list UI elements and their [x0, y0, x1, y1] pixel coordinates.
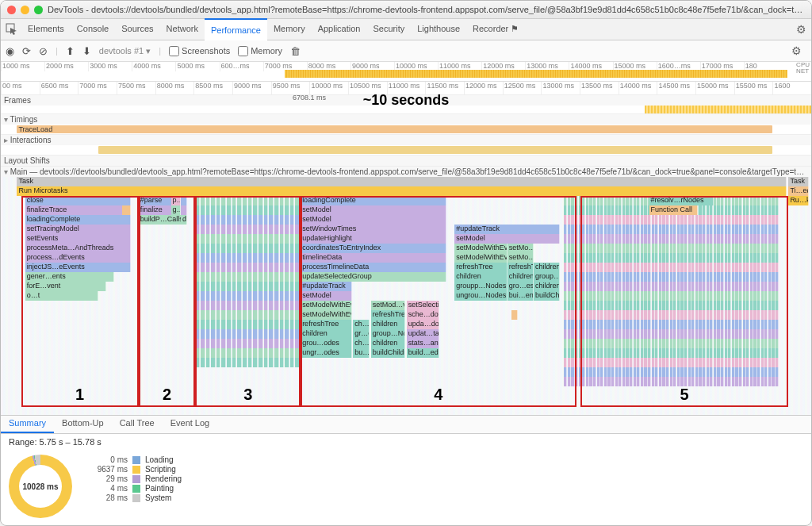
flame-block[interactable]: [264, 272, 269, 282]
flame-block[interactable]: [644, 291, 647, 301]
flame-block[interactable]: [607, 320, 611, 329]
flame-block[interactable]: [600, 282, 603, 291]
flame-block[interactable]: [666, 358, 669, 367]
flame-block[interactable]: [714, 339, 717, 348]
flame-block[interactable]: [750, 282, 753, 291]
flame-block[interactable]: [582, 291, 585, 301]
flame-block[interactable]: [637, 196, 640, 205]
flame-block[interactable]: [615, 205, 619, 215]
flame-block[interactable]: [634, 253, 637, 263]
detail-tab-event-log[interactable]: Event Log: [163, 416, 218, 433]
flame-block[interactable]: [195, 348, 200, 358]
flame-block[interactable]: [579, 244, 582, 253]
flame-block[interactable]: [582, 329, 585, 339]
flame-block[interactable]: [728, 367, 731, 377]
flame-block[interactable]: processMeta…AndThreads: [25, 244, 131, 253]
flame-block[interactable]: [761, 358, 764, 367]
flame-block[interactable]: [717, 377, 720, 386]
flame-block[interactable]: [195, 215, 200, 225]
flame-block[interactable]: [691, 320, 695, 329]
flame-block[interactable]: [714, 272, 717, 282]
flame-block[interactable]: [216, 196, 221, 205]
flame-block[interactable]: [243, 358, 247, 367]
flame-block[interactable]: bu…n: [353, 348, 369, 358]
flame-block[interactable]: [221, 358, 226, 367]
flame-block[interactable]: [586, 329, 589, 339]
flame-block[interactable]: [243, 301, 247, 310]
flame-block[interactable]: [295, 215, 300, 225]
flame-block[interactable]: [648, 282, 651, 291]
flame-block[interactable]: [619, 377, 622, 386]
flame-block[interactable]: [670, 310, 673, 320]
flame-block[interactable]: [201, 348, 205, 358]
flame-block[interactable]: [582, 377, 585, 386]
flame-block[interactable]: [564, 205, 567, 215]
flame-block[interactable]: [611, 215, 615, 225]
flame-block[interactable]: [648, 377, 651, 386]
flame-block[interactable]: [206, 282, 211, 291]
flame-block[interactable]: [269, 348, 274, 358]
flame-block[interactable]: [248, 282, 253, 291]
flame-block[interactable]: Ti…ed: [788, 186, 809, 196]
flame-block[interactable]: [211, 301, 216, 310]
flame-block[interactable]: [607, 377, 611, 386]
flame-block[interactable]: [662, 282, 665, 291]
flame-block[interactable]: [710, 301, 713, 310]
flame-block[interactable]: [586, 301, 589, 310]
flame-block[interactable]: [743, 253, 746, 263]
flame-block[interactable]: [611, 272, 615, 282]
flame-block[interactable]: [659, 253, 662, 263]
flame-block[interactable]: [673, 377, 676, 386]
flame-block[interactable]: [655, 272, 658, 282]
flame-block[interactable]: [216, 263, 221, 272]
flame-block[interactable]: [611, 234, 615, 244]
flame-block[interactable]: [582, 263, 585, 272]
flame-block[interactable]: [644, 205, 647, 215]
flame-block[interactable]: [201, 253, 205, 263]
flame-block[interactable]: [707, 320, 710, 329]
flame-block[interactable]: [641, 234, 644, 244]
flame-block[interactable]: [680, 225, 684, 234]
flame-block[interactable]: [684, 282, 688, 291]
flame-block[interactable]: [611, 367, 615, 377]
flame-block[interactable]: [641, 263, 644, 272]
flame-block[interactable]: p…: [171, 196, 181, 205]
flame-block[interactable]: [757, 253, 760, 263]
flame-block[interactable]: [285, 320, 289, 329]
flame-block[interactable]: [630, 196, 633, 205]
flame-block[interactable]: forE…vent: [25, 282, 106, 291]
flame-block[interactable]: [644, 234, 647, 244]
flame-block[interactable]: [575, 263, 578, 272]
garbage-collect-icon[interactable]: 🗑: [290, 45, 301, 57]
flame-block[interactable]: [739, 196, 742, 205]
flame-block[interactable]: [662, 272, 665, 282]
flame-block[interactable]: [746, 196, 749, 205]
flame-block[interactable]: [253, 339, 258, 348]
flame-block[interactable]: [285, 196, 289, 205]
flame-block[interactable]: [264, 215, 269, 225]
flame-block[interactable]: [264, 348, 269, 358]
flame-block[interactable]: [274, 348, 279, 358]
flame-block[interactable]: [634, 244, 637, 253]
flame-block[interactable]: [575, 225, 578, 234]
flame-block[interactable]: [757, 196, 760, 205]
flame-block[interactable]: [206, 329, 211, 339]
flame-block[interactable]: [707, 205, 710, 215]
flame-block[interactable]: [688, 253, 691, 263]
flame-block[interactable]: [630, 291, 633, 301]
flame-block[interactable]: [568, 244, 571, 253]
flame-block[interactable]: [757, 377, 760, 386]
flame-block[interactable]: [728, 282, 731, 291]
flame-block[interactable]: [619, 196, 622, 205]
flame-block[interactable]: [622, 205, 626, 215]
flame-block[interactable]: [725, 215, 728, 225]
flame-block[interactable]: [630, 234, 633, 244]
flame-block[interactable]: [662, 215, 665, 225]
flame-block[interactable]: [637, 215, 640, 225]
flame-block[interactable]: [622, 244, 626, 253]
flame-block[interactable]: [630, 367, 633, 377]
flame-block[interactable]: [750, 348, 753, 358]
flame-block[interactable]: [673, 282, 676, 291]
flame-block[interactable]: [575, 205, 578, 215]
flame-block[interactable]: [725, 320, 728, 329]
